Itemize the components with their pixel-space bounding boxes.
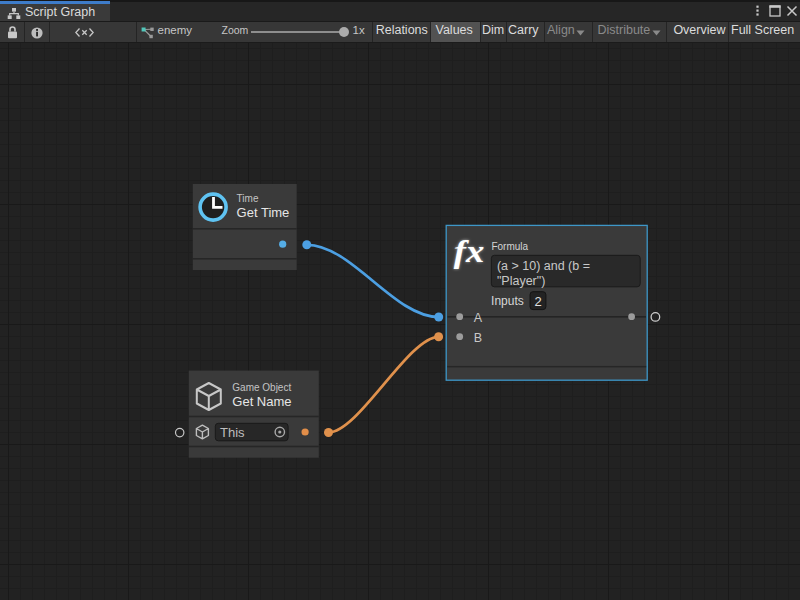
svg-text:Get Time: Get Time [237, 205, 290, 220]
svg-text:A: A [474, 311, 483, 325]
svg-text:(a > 10) and (b =: (a > 10) and (b = [497, 259, 590, 273]
svg-text:B: B [474, 331, 482, 345]
svg-text:Get Name: Get Name [232, 394, 291, 409]
svg-text:"Player"): "Player") [497, 274, 545, 288]
svg-text:Inputs: Inputs [491, 294, 524, 308]
svg-text:Game Object: Game Object [232, 382, 291, 393]
svg-text:2: 2 [535, 294, 542, 309]
svg-text:Time: Time [237, 193, 259, 204]
svg-text:fx: fx [454, 234, 485, 269]
svg-text:This: This [220, 425, 245, 440]
svg-text:Formula: Formula [491, 241, 528, 252]
